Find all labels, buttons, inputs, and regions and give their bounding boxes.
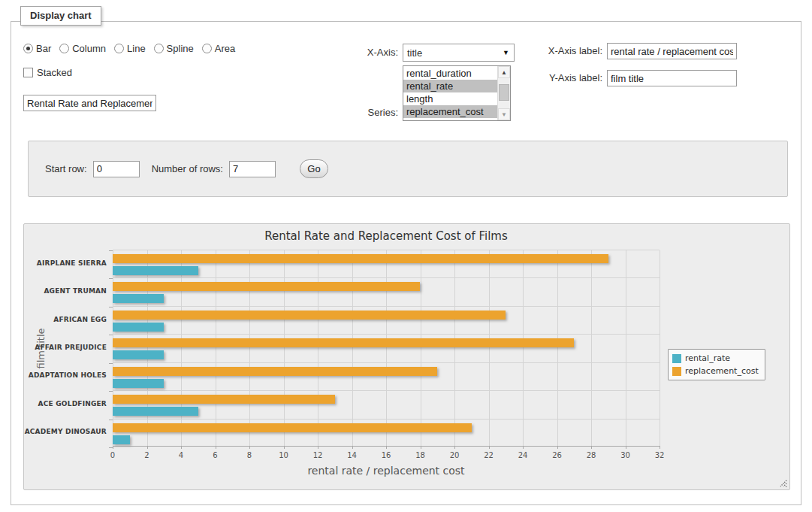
category-label: AIRPLANE SIERRA — [24, 259, 107, 267]
chart-type-radio-bar[interactable]: Bar — [23, 43, 51, 54]
category-band — [113, 250, 660, 278]
radio-icon[interactable] — [114, 44, 124, 53]
bar-replacement_cost[interactable] — [113, 338, 574, 347]
chart-type-radio-column[interactable]: Column — [59, 43, 106, 54]
x-axis-label-input[interactable] — [607, 43, 737, 59]
x-tick-label: 20 — [441, 451, 468, 459]
legend-label: replacement_cost — [685, 366, 759, 376]
scroll-up-icon[interactable]: ▲ — [498, 66, 510, 78]
stacked-checkbox-row[interactable]: Stacked — [23, 67, 72, 78]
chart-type-radio-group: BarColumnLineSplineArea — [23, 43, 235, 54]
category-band — [113, 307, 660, 335]
series-options: rental_durationrental_ratelengthreplacem… — [403, 66, 497, 120]
legend-swatch-icon — [672, 354, 681, 363]
bar-replacement_cost[interactable] — [113, 254, 608, 263]
chevron-down-icon: ▼ — [503, 49, 509, 56]
start-row-label: Start row: — [45, 163, 87, 174]
category-band — [113, 278, 660, 306]
x-tick-label: 2 — [134, 451, 161, 459]
x-axis-selected-value: title — [407, 47, 422, 59]
radio-label: Area — [215, 43, 235, 54]
x-tick-label: 32 — [646, 451, 673, 459]
series-scrollbar[interactable]: ▲ ▼ — [497, 66, 510, 120]
category-label: ACADEMY DINOSAUR — [24, 428, 107, 435]
series-option-replacement_cost[interactable]: replacement_cost — [403, 105, 497, 118]
x-tick-label: 4 — [168, 451, 195, 459]
start-row-input[interactable] — [93, 161, 140, 177]
bar-rental_rate[interactable] — [113, 407, 198, 416]
bar-replacement_cost[interactable] — [113, 423, 472, 432]
x-tick-label: 8 — [236, 451, 263, 459]
radio-label: Spline — [167, 43, 194, 54]
legend-item-replacement_cost[interactable]: replacement_cost — [672, 366, 759, 376]
x-tick-label: 28 — [578, 451, 605, 459]
x-tick-label: 26 — [544, 451, 571, 459]
bar-replacement_cost[interactable] — [113, 395, 335, 404]
go-button[interactable]: Go — [300, 159, 328, 178]
chart-container: Rental Rate and Replacement Cost of Film… — [23, 223, 790, 490]
chart-type-radio-area[interactable]: Area — [202, 43, 235, 54]
scroll-down-icon[interactable]: ▼ — [498, 108, 510, 120]
display-chart-fieldset: Display chart BarColumnLineSplineArea St… — [11, 21, 801, 505]
category-band — [113, 420, 660, 447]
legend-item-rental_rate[interactable]: rental_rate — [672, 353, 759, 363]
scrollbar-thumb[interactable] — [499, 84, 509, 101]
radio-label: Bar — [36, 43, 51, 54]
bar-replacement_cost[interactable] — [113, 311, 506, 320]
series-option-rental_rate[interactable]: rental_rate — [403, 80, 497, 92]
num-rows-input[interactable] — [229, 161, 276, 177]
bar-replacement_cost[interactable] — [113, 282, 420, 291]
x-tick-label: 12 — [304, 451, 331, 459]
y-axis-label-label: Y-Axis label: — [533, 72, 602, 83]
bar-rental_rate[interactable] — [113, 379, 164, 388]
radio-icon[interactable] — [23, 44, 33, 53]
x-axis-tick — [660, 446, 660, 449]
category-band — [113, 363, 660, 391]
bar-rental_rate[interactable] — [113, 323, 164, 332]
radio-label: Line — [127, 43, 146, 54]
chart-title: Rental Rate and Replacement Cost of Film… — [113, 229, 660, 243]
gridline — [660, 250, 660, 446]
y-axis-tick — [109, 447, 113, 448]
category-label: AFFAIR PREJUDICE — [24, 344, 107, 351]
x-axis-select[interactable]: title ▼ — [403, 44, 515, 62]
x-tick-label: 6 — [202, 451, 229, 459]
category-label: AGENT TRUMAN — [24, 287, 107, 295]
stacked-checkbox[interactable] — [23, 68, 33, 77]
series-multiselect[interactable]: rental_durationrental_ratelengthreplacem… — [403, 65, 511, 121]
x-axis-label-label: X-Axis label: — [533, 45, 602, 56]
y-axis-label-input[interactable] — [607, 70, 737, 86]
x-tick-label: 0 — [99, 451, 126, 459]
resize-grip-icon[interactable] — [779, 479, 787, 487]
scrollbar-track[interactable] — [498, 78, 510, 108]
chart-type-radio-spline[interactable]: Spline — [154, 43, 194, 54]
radio-icon[interactable] — [59, 44, 69, 53]
radio-icon[interactable] — [154, 44, 164, 53]
category-label: AFRICAN EGG — [24, 316, 107, 323]
category-band — [113, 335, 660, 362]
bar-rental_rate[interactable] — [113, 266, 198, 275]
series-option-length[interactable]: length — [403, 92, 497, 105]
x-tick-label: 18 — [407, 451, 434, 459]
series-list-label: Series: — [334, 107, 398, 118]
legend-label: rental_rate — [685, 353, 730, 363]
x-axis-title: rental rate / replacement cost — [113, 465, 660, 477]
bar-rental_rate[interactable] — [113, 294, 164, 303]
bar-rental_rate[interactable] — [113, 350, 164, 359]
num-rows-label: Number of rows: — [152, 163, 223, 174]
bar-rental_rate[interactable] — [113, 435, 130, 444]
chart-legend: rental_ratereplacement_cost — [668, 349, 765, 380]
row-range-panel: Start row: Number of rows: Go — [28, 141, 788, 197]
x-tick-label: 16 — [373, 451, 400, 459]
radio-icon[interactable] — [202, 44, 212, 53]
series-option-rental_duration[interactable]: rental_duration — [403, 67, 497, 80]
category-band — [113, 391, 660, 419]
category-label: ADAPTATION HOLES — [24, 371, 107, 379]
category-label: ACE GOLDFINGER — [24, 400, 107, 407]
x-tick-label: 24 — [509, 451, 536, 459]
chart-type-radio-line[interactable]: Line — [114, 43, 146, 54]
bar-replacement_cost[interactable] — [113, 367, 437, 376]
chart-title-input[interactable] — [23, 95, 156, 111]
x-axis-select-label: X-Axis: — [334, 47, 398, 58]
radio-label: Column — [72, 43, 106, 54]
